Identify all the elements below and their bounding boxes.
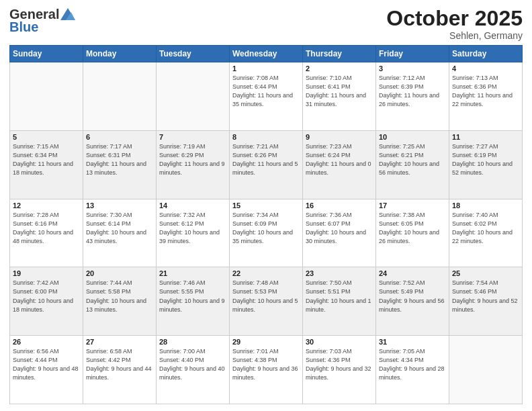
day-number: 19 [13,269,80,277]
day-number: 28 [159,338,226,346]
day-info: Sunrise: 7:36 AMSunset: 6:07 PMDaylight:… [306,211,373,246]
day-number: 29 [232,338,300,346]
day-info: Sunrise: 6:56 AMSunset: 4:44 PMDaylight:… [13,347,80,382]
table-row: 30Sunrise: 7:03 AMSunset: 4:36 PMDayligh… [303,336,376,404]
page: General Blue October 2025 Sehlen, German… [0,0,532,411]
day-info: Sunrise: 7:30 AMSunset: 6:14 PMDaylight:… [86,211,153,246]
day-number: 17 [379,201,446,210]
calendar-week-row: 5Sunrise: 7:15 AMSunset: 6:34 PMDaylight… [10,130,523,199]
day-info: Sunrise: 7:08 AMSunset: 6:44 PMDaylight:… [232,74,300,109]
table-row: 26Sunrise: 6:56 AMSunset: 4:44 PMDayligh… [10,336,83,404]
day-number: 2 [306,64,373,73]
day-info: Sunrise: 7:28 AMSunset: 6:16 PMDaylight:… [13,211,80,246]
header-friday: Friday [376,46,449,62]
table-row: 13Sunrise: 7:30 AMSunset: 6:14 PMDayligh… [83,199,157,267]
day-number: 10 [379,133,446,141]
table-row: 12Sunrise: 7:28 AMSunset: 6:16 PMDayligh… [10,199,83,267]
day-number: 15 [232,201,300,210]
header-saturday: Saturday [449,46,523,62]
table-row: 28Sunrise: 7:00 AMSunset: 4:40 PMDayligh… [157,336,230,404]
day-number: 6 [86,133,153,141]
header-tuesday: Tuesday [157,46,230,62]
calendar-table: Sunday Monday Tuesday Wednesday Thursday… [9,45,523,404]
day-info: Sunrise: 7:10 AMSunset: 6:41 PMDaylight:… [306,74,373,109]
day-info: Sunrise: 7:23 AMSunset: 6:24 PMDaylight:… [306,142,373,177]
day-info: Sunrise: 7:42 AMSunset: 6:00 PMDaylight:… [13,279,80,314]
day-number: 14 [159,201,226,210]
logo-icon [60,8,75,20]
table-row: 10Sunrise: 7:25 AMSunset: 6:21 PMDayligh… [376,130,449,199]
table-row: 16Sunrise: 7:36 AMSunset: 6:07 PMDayligh… [303,199,376,267]
table-row: 1Sunrise: 7:08 AMSunset: 6:44 PMDaylight… [230,62,303,131]
header-monday: Monday [83,46,157,62]
day-info: Sunrise: 7:50 AMSunset: 5:51 PMDaylight:… [306,279,373,314]
table-row: 22Sunrise: 7:48 AMSunset: 5:53 PMDayligh… [230,267,303,336]
day-info: Sunrise: 7:03 AMSunset: 4:36 PMDaylight:… [306,347,373,382]
day-info: Sunrise: 7:12 AMSunset: 6:39 PMDaylight:… [379,74,446,109]
day-number: 12 [13,201,80,210]
table-row: 2Sunrise: 7:10 AMSunset: 6:41 PMDaylight… [303,62,376,131]
day-info: Sunrise: 7:54 AMSunset: 5:46 PMDaylight:… [452,279,519,314]
day-info: Sunrise: 7:05 AMSunset: 4:34 PMDaylight:… [379,347,446,382]
day-info: Sunrise: 7:21 AMSunset: 6:26 PMDaylight:… [232,142,300,177]
day-number: 26 [13,338,80,346]
day-info: Sunrise: 7:25 AMSunset: 6:21 PMDaylight:… [379,142,446,177]
title-block: October 2025 Sehlen, Germany [386,7,523,41]
table-row [10,62,83,131]
day-number: 4 [452,64,519,73]
table-row: 19Sunrise: 7:42 AMSunset: 6:00 PMDayligh… [10,267,83,336]
calendar-week-row: 19Sunrise: 7:42 AMSunset: 6:00 PMDayligh… [10,267,523,336]
table-row: 6Sunrise: 7:17 AMSunset: 6:31 PMDaylight… [83,130,157,199]
day-number: 13 [86,201,153,210]
day-info: Sunrise: 7:19 AMSunset: 6:29 PMDaylight:… [159,142,226,177]
day-number: 31 [379,338,446,346]
table-row: 11Sunrise: 7:27 AMSunset: 6:19 PMDayligh… [449,130,523,199]
day-number: 22 [232,269,300,277]
header-thursday: Thursday [303,46,376,62]
day-number: 16 [306,201,373,210]
day-info: Sunrise: 7:32 AMSunset: 6:12 PMDaylight:… [159,211,226,246]
table-row: 31Sunrise: 7:05 AMSunset: 4:34 PMDayligh… [376,336,449,404]
day-number: 1 [232,64,300,73]
day-info: Sunrise: 7:00 AMSunset: 4:40 PMDaylight:… [159,347,226,382]
day-number: 9 [306,133,373,141]
table-row: 8Sunrise: 7:21 AMSunset: 6:26 PMDaylight… [230,130,303,199]
table-row [83,62,157,131]
day-number: 25 [452,269,519,277]
day-number: 7 [159,133,226,141]
day-info: Sunrise: 7:44 AMSunset: 5:58 PMDaylight:… [86,279,153,314]
day-info: Sunrise: 6:58 AMSunset: 4:42 PMDaylight:… [86,347,153,382]
day-info: Sunrise: 7:15 AMSunset: 6:34 PMDaylight:… [13,142,80,177]
table-row: 4Sunrise: 7:13 AMSunset: 6:36 PMDaylight… [449,62,523,131]
day-info: Sunrise: 7:01 AMSunset: 4:38 PMDaylight:… [232,347,300,382]
location-title: Sehlen, Germany [386,30,523,41]
day-info: Sunrise: 7:46 AMSunset: 5:55 PMDaylight:… [159,279,226,314]
table-row [449,336,523,404]
month-title: October 2025 [386,7,523,30]
day-number: 11 [452,133,519,141]
table-row: 21Sunrise: 7:46 AMSunset: 5:55 PMDayligh… [157,267,230,336]
logo: General Blue [9,7,75,35]
header-wednesday: Wednesday [230,46,303,62]
header: General Blue October 2025 Sehlen, German… [9,7,523,41]
table-row: 18Sunrise: 7:40 AMSunset: 6:02 PMDayligh… [449,199,523,267]
day-info: Sunrise: 7:52 AMSunset: 5:49 PMDaylight:… [379,279,446,314]
day-info: Sunrise: 7:13 AMSunset: 6:36 PMDaylight:… [452,74,519,109]
day-info: Sunrise: 7:27 AMSunset: 6:19 PMDaylight:… [452,142,519,177]
day-number: 20 [86,269,153,277]
header-sunday: Sunday [10,46,83,62]
table-row: 5Sunrise: 7:15 AMSunset: 6:34 PMDaylight… [10,130,83,199]
day-number: 5 [13,133,80,141]
table-row: 15Sunrise: 7:34 AMSunset: 6:09 PMDayligh… [230,199,303,267]
table-row: 3Sunrise: 7:12 AMSunset: 6:39 PMDaylight… [376,62,449,131]
table-row: 23Sunrise: 7:50 AMSunset: 5:51 PMDayligh… [303,267,376,336]
day-number: 27 [86,338,153,346]
table-row: 24Sunrise: 7:52 AMSunset: 5:49 PMDayligh… [376,267,449,336]
calendar-week-row: 26Sunrise: 6:56 AMSunset: 4:44 PMDayligh… [10,336,523,404]
day-number: 23 [306,269,373,277]
table-row: 27Sunrise: 6:58 AMSunset: 4:42 PMDayligh… [83,336,157,404]
table-row: 9Sunrise: 7:23 AMSunset: 6:24 PMDaylight… [303,130,376,199]
day-info: Sunrise: 7:17 AMSunset: 6:31 PMDaylight:… [86,142,153,177]
table-row: 7Sunrise: 7:19 AMSunset: 6:29 PMDaylight… [157,130,230,199]
day-info: Sunrise: 7:40 AMSunset: 6:02 PMDaylight:… [452,211,519,246]
